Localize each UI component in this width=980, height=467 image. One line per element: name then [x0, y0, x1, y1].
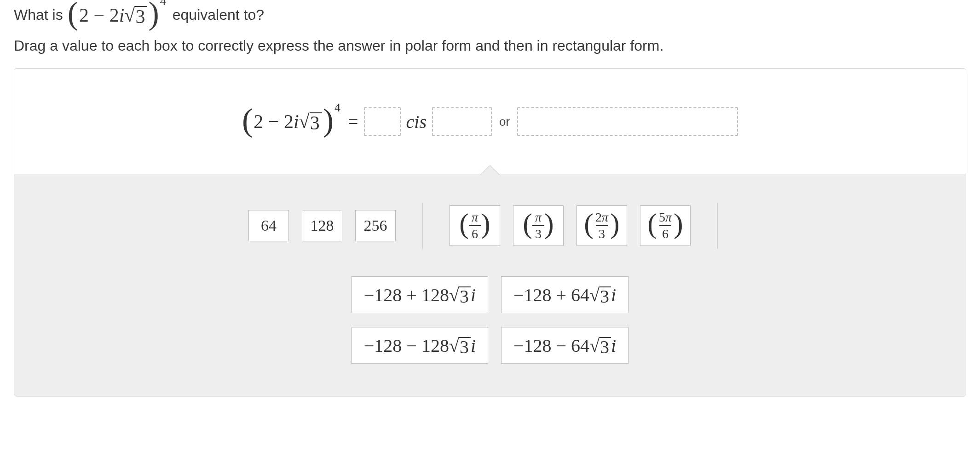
cis-label: cis	[406, 111, 427, 133]
tile-rect-2[interactable]: −128 + 64√3i	[501, 276, 628, 313]
vertical-separator	[422, 203, 423, 249]
tile-rect-1[interactable]: −128 + 128√3i	[352, 276, 488, 313]
equation-row: ( 2 − 2i√3 ) 4 = cis or	[242, 107, 738, 136]
rectangular-tile-group: −128 + 128√3i −128 + 64√3i −128 − 128√3i…	[33, 276, 947, 364]
tile-fraction-pi-3[interactable]: ( π3 )	[513, 205, 564, 246]
question-expression: ( 2 − 2i√3 ) 4	[68, 4, 168, 26]
drop-target-modulus[interactable]	[364, 107, 401, 136]
tile-number-64[interactable]: 64	[248, 210, 289, 241]
tile-number-128[interactable]: 128	[302, 210, 342, 241]
question-block: What is ( 2 − 2i√3 ) 4 equivalent to? Dr…	[14, 4, 966, 54]
vertical-separator-2	[717, 203, 718, 249]
equation-area: ( 2 − 2i√3 ) 4 = cis or	[14, 69, 966, 175]
tile-fraction-2pi-3[interactable]: ( 2π3 )	[576, 205, 627, 246]
equation-expression: ( 2 − 2i√3 ) 4	[242, 111, 342, 133]
tile-number-256[interactable]: 256	[355, 210, 396, 241]
question-instruction: Drag a value to each box to correctly ex…	[14, 37, 966, 54]
notch-icon	[481, 166, 499, 175]
question-suffix: equivalent to?	[173, 6, 264, 23]
tile-rect-3[interactable]: −128 − 128√3i	[352, 327, 488, 364]
question-prefix: What is	[14, 6, 63, 23]
rect-row-2: −128 − 128√3i −128 − 64√3i	[33, 327, 947, 364]
equals-sign: =	[348, 111, 358, 133]
rect-row-1: −128 + 128√3i −128 + 64√3i	[33, 276, 947, 313]
tile-fraction-5pi-6[interactable]: ( 5π6 )	[640, 205, 691, 246]
tile-rect-4[interactable]: −128 − 64√3i	[501, 327, 628, 364]
drop-target-rectangular[interactable]	[517, 107, 738, 136]
tiles-area: 64 128 256 ( π6 ) ( π3 ) ( 2π3 )	[14, 175, 966, 396]
workspace-panel: ( 2 − 2i√3 ) 4 = cis or 64 128	[14, 68, 966, 397]
tile-fraction-pi-6[interactable]: ( π6 )	[450, 205, 500, 246]
question-line-1: What is ( 2 − 2i√3 ) 4 equivalent to?	[14, 4, 966, 26]
or-label: or	[499, 115, 510, 129]
tile-row-top: 64 128 256 ( π6 ) ( π3 ) ( 2π3 )	[33, 203, 947, 249]
drop-target-angle[interactable]	[432, 107, 492, 136]
